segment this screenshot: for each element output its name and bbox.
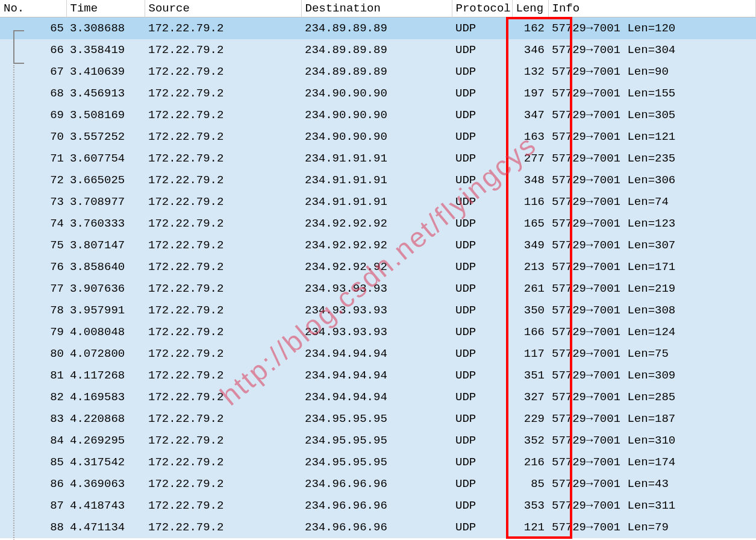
cell-time: 4.117268 [66, 365, 145, 386]
cell-source: 172.22.79.2 [145, 451, 301, 473]
cell-time: 4.169583 [66, 386, 145, 408]
table-row[interactable]: 653.308688172.22.79.2234.89.89.89UDP1625… [0, 17, 756, 39]
table-row[interactable]: 673.410639172.22.79.2234.89.89.89UDP1325… [0, 61, 756, 83]
cell-source: 172.22.79.2 [145, 213, 301, 234]
cell-time: 4.269295 [66, 430, 145, 451]
cell-destination: 234.89.89.89 [301, 39, 452, 61]
table-row[interactable]: 743.760333172.22.79.2234.92.92.92UDP1655… [0, 213, 756, 234]
cell-source: 172.22.79.2 [145, 278, 301, 300]
cell-info: 57729→7001 Len=43 [548, 473, 756, 495]
table-row[interactable]: 663.358419172.22.79.2234.89.89.89UDP3465… [0, 39, 756, 61]
cell-time: 3.957991 [66, 300, 145, 321]
table-row[interactable]: 824.169583172.22.79.2234.94.94.94UDP3275… [0, 386, 756, 408]
cell-source: 172.22.79.2 [145, 17, 301, 39]
cell-info: 57729→7001 Len=310 [548, 430, 756, 451]
table-row[interactable]: 874.418743172.22.79.2234.96.96.96UDP3535… [0, 495, 756, 516]
column-header-length[interactable]: Leng [512, 0, 548, 17]
cell-destination: 234.94.94.94 [301, 343, 452, 365]
cell-destination: 234.95.95.95 [301, 451, 452, 473]
table-row[interactable]: 864.369063172.22.79.2234.96.96.96UDP8557… [0, 473, 756, 495]
cell-info: 57729→7001 Len=124 [548, 321, 756, 343]
cell-info: 57729→7001 Len=305 [548, 104, 756, 126]
cell-no: 88 [0, 516, 66, 538]
packet-list-table[interactable]: No. Time Source Destination Protocol Len… [0, 0, 756, 538]
table-row[interactable]: 773.907636172.22.79.2234.93.93.93UDP2615… [0, 278, 756, 300]
cell-time: 3.557252 [66, 126, 145, 148]
cell-no: 75 [0, 234, 66, 256]
cell-protocol: UDP [452, 516, 512, 538]
cell-protocol: UDP [452, 83, 512, 104]
cell-time: 3.308688 [66, 17, 145, 39]
cell-no: 76 [0, 256, 66, 278]
table-row[interactable]: 794.008048172.22.79.2234.93.93.93UDP1665… [0, 321, 756, 343]
cell-no: 78 [0, 300, 66, 321]
cell-info: 57729→7001 Len=304 [548, 39, 756, 61]
table-row[interactable]: 703.557252172.22.79.2234.90.90.90UDP1635… [0, 126, 756, 148]
column-header-destination[interactable]: Destination [301, 0, 452, 17]
table-row[interactable]: 713.607754172.22.79.2234.91.91.91UDP2775… [0, 148, 756, 169]
cell-length: 347 [512, 104, 548, 126]
cell-length: 229 [512, 408, 548, 430]
cell-destination: 234.96.96.96 [301, 516, 452, 538]
cell-protocol: UDP [452, 61, 512, 83]
cell-destination: 234.91.91.91 [301, 148, 452, 169]
table-row[interactable]: 783.957991172.22.79.2234.93.93.93UDP3505… [0, 300, 756, 321]
cell-info: 57729→7001 Len=235 [548, 148, 756, 169]
table-row[interactable]: 763.858640172.22.79.2234.92.92.92UDP2135… [0, 256, 756, 278]
cell-length: 162 [512, 17, 548, 39]
cell-protocol: UDP [452, 343, 512, 365]
cell-no: 66 [0, 39, 66, 61]
cell-source: 172.22.79.2 [145, 234, 301, 256]
cell-destination: 234.92.92.92 [301, 256, 452, 278]
table-row[interactable]: 733.708977172.22.79.2234.91.91.91UDP1165… [0, 191, 756, 213]
cell-length: 350 [512, 300, 548, 321]
cell-time: 3.708977 [66, 191, 145, 213]
cell-protocol: UDP [452, 321, 512, 343]
table-row[interactable]: 723.665025172.22.79.2234.91.91.91UDP3485… [0, 169, 756, 191]
cell-no: 65 [0, 17, 66, 39]
table-row[interactable]: 844.269295172.22.79.2234.95.95.95UDP3525… [0, 430, 756, 451]
cell-source: 172.22.79.2 [145, 321, 301, 343]
cell-length: 349 [512, 234, 548, 256]
cell-time: 3.456913 [66, 83, 145, 104]
cell-protocol: UDP [452, 39, 512, 61]
table-row[interactable]: 804.072800172.22.79.2234.94.94.94UDP1175… [0, 343, 756, 365]
cell-length: 117 [512, 343, 548, 365]
table-row[interactable]: 884.471134172.22.79.2234.96.96.96UDP1215… [0, 516, 756, 538]
cell-length: 213 [512, 256, 548, 278]
column-header-source[interactable]: Source [145, 0, 301, 17]
table-row[interactable]: 854.317542172.22.79.2234.95.95.95UDP2165… [0, 451, 756, 473]
cell-destination: 234.93.93.93 [301, 321, 452, 343]
cell-protocol: UDP [452, 408, 512, 430]
cell-info: 57729→7001 Len=123 [548, 213, 756, 234]
table-row[interactable]: 814.117268172.22.79.2234.94.94.94UDP3515… [0, 365, 756, 386]
cell-info: 57729→7001 Len=311 [548, 495, 756, 516]
column-header-protocol[interactable]: Protocol [452, 0, 512, 17]
table-row[interactable]: 834.220868172.22.79.2234.95.95.95UDP2295… [0, 408, 756, 430]
column-header-info[interactable]: Info [548, 0, 756, 17]
table-row[interactable]: 683.456913172.22.79.2234.90.90.90UDP1975… [0, 83, 756, 104]
cell-protocol: UDP [452, 213, 512, 234]
cell-destination: 234.92.92.92 [301, 234, 452, 256]
cell-source: 172.22.79.2 [145, 191, 301, 213]
cell-info: 57729→7001 Len=155 [548, 83, 756, 104]
cell-length: 121 [512, 516, 548, 538]
cell-info: 57729→7001 Len=74 [548, 191, 756, 213]
cell-no: 81 [0, 365, 66, 386]
cell-info: 57729→7001 Len=308 [548, 300, 756, 321]
cell-info: 57729→7001 Len=90 [548, 61, 756, 83]
cell-protocol: UDP [452, 451, 512, 473]
table-row[interactable]: 753.807147172.22.79.2234.92.92.92UDP3495… [0, 234, 756, 256]
cell-source: 172.22.79.2 [145, 148, 301, 169]
cell-no: 79 [0, 321, 66, 343]
cell-protocol: UDP [452, 169, 512, 191]
table-row[interactable]: 693.508169172.22.79.2234.90.90.90UDP3475… [0, 104, 756, 126]
cell-no: 72 [0, 169, 66, 191]
cell-time: 4.471134 [66, 516, 145, 538]
cell-protocol: UDP [452, 473, 512, 495]
cell-time: 3.807147 [66, 234, 145, 256]
column-header-time[interactable]: Time [66, 0, 145, 17]
column-header-no[interactable]: No. [0, 0, 66, 17]
cell-length: 116 [512, 191, 548, 213]
cell-source: 172.22.79.2 [145, 365, 301, 386]
